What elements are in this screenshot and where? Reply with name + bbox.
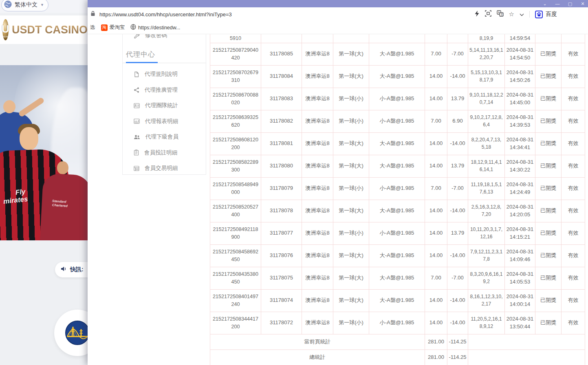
order-cell: 2152172508639325620 [210, 110, 261, 132]
bookmark-item[interactable]: https://destinedw... [130, 24, 181, 31]
table-row: 215217250849211890031178077澳洲幸运8第一球(小)小-… [210, 222, 585, 244]
sidebar-item-7[interactable]: 會員交易明細 [123, 161, 206, 175]
translate-icon[interactable]: 文A [497, 10, 504, 18]
bet-records-table: 59108,19,914:59:542152172508729040420311… [210, 34, 585, 365]
order-cell: 2152172508670088020 [210, 88, 261, 110]
order-cell: 2152172508492118900 [210, 222, 261, 244]
bookmark-item-taobao[interactable]: 淘 爱淘宝 [101, 24, 125, 31]
result-cell: 8,3,20,9,6,16,19,2 [468, 267, 505, 289]
winloss-cell: 13.79 [447, 88, 468, 110]
winloss-cell: -7.00 [447, 177, 468, 200]
period-cell: 31178085 [261, 43, 302, 65]
winloss-cell: -14.00 [447, 65, 468, 88]
bet-content-cell: 大-A盤@1.985 [369, 244, 425, 267]
sidebar-item-3[interactable]: 代理團隊統計 [123, 98, 206, 114]
winloss-cell: -14.00 [447, 289, 468, 312]
game-cell: 澳洲幸运8 [302, 132, 333, 155]
status-cell: 已開獎 [535, 155, 562, 177]
flash-icon[interactable] [474, 11, 480, 18]
table-row: 215217250863932562031178082澳洲幸运8第一球(小)小-… [210, 110, 585, 132]
period-cell: 31178075 [261, 267, 302, 289]
result-cell: 10,11,20,3,1,7,12,16 [468, 222, 505, 244]
close-button[interactable]: ✕ [580, 0, 586, 7]
winloss-cell: -7.00 [447, 267, 468, 289]
order-cell: 2152172508608120200 [210, 132, 261, 155]
play-cell: 第一球(大) [333, 244, 369, 267]
play-cell: 第一球(大) [333, 132, 369, 155]
football-banner: Fly mirates Standard Chartered [0, 65, 88, 240]
table-row: 215217250843538045031178075澳洲幸运8第一球(大)大-… [210, 267, 585, 289]
browser-window: ⌄ — ▢ ✕ https://www.usdt04.com/hhcp/user… [88, 0, 588, 365]
url-text[interactable]: https://www.usdt04.com/hhcp/usercenter.h… [99, 11, 232, 18]
logo-ball-icon: U CASINO [2, 19, 9, 40]
winloss-cell: 6.90 [447, 110, 468, 132]
result-cell: 5,15,13,10,3,18,17,9 [468, 65, 505, 88]
status-cell: 已開獎 [535, 132, 562, 155]
game-cell: 澳洲幸运8 [302, 110, 333, 132]
news-ticker-label: 快訊: [70, 266, 84, 273]
period-cell: 31178079 [261, 177, 302, 200]
bet-content-cell: 小-A盤@1.985 [369, 88, 425, 110]
period-cell: 31178084 [261, 65, 302, 88]
svg-text:文: 文 [500, 13, 503, 16]
warriors-logo-icon [65, 320, 90, 345]
winloss-cell: -14.00 [447, 312, 468, 334]
sidebar-item-6[interactable]: 會員投註明細 [123, 145, 206, 161]
sidebar-item-5[interactable]: 代理下級會員 [123, 129, 206, 145]
address-bar[interactable]: https://www.usdt04.com/hhcp/usercenter.h… [88, 7, 588, 21]
bet-content-cell: 大-A盤@1.985 [369, 289, 425, 312]
order-cell: 2152172508702679310 [210, 65, 261, 88]
site-logo[interactable]: U CASINO USDT CASINO [0, 15, 88, 44]
game-cell: 澳洲幸运8 [302, 43, 333, 65]
screenshot-icon[interactable] [485, 10, 491, 18]
browser-titlebar[interactable]: ⌄ — ▢ ✕ [88, 0, 588, 7]
search-engine-label[interactable]: 百度 [546, 11, 557, 18]
toolbar-chevron-icon[interactable] [520, 11, 524, 18]
maximize-button[interactable]: ▢ [567, 0, 573, 7]
bookmark-item[interactable]: 选 [90, 24, 95, 31]
game-cell: 澳洲幸运8 [302, 65, 333, 88]
page-content: 修改密碼 代理中心 代理規則說明代理推廣管理代理團隊統計代理報表明細代理下級會員… [88, 34, 588, 365]
order-cell: 2152172508458692450 [210, 244, 261, 267]
result-cell: 2,5,16,3,12,8,7,20 [468, 200, 505, 222]
active-underline [126, 62, 158, 63]
status-cell: 已開獎 [535, 110, 562, 132]
result-cell: 11,20,5,2,16,18,9,12 [468, 312, 505, 334]
period-cell: 31178077 [261, 222, 302, 244]
amount-cell: 14.00 [425, 88, 447, 110]
baidu-icon[interactable] [535, 11, 543, 18]
table-row: 215217250852052740031178078澳洲幸运8第一球(大)大-… [210, 200, 585, 222]
chevron-down-icon: ▼ [40, 3, 44, 7]
valid-cell: 有效 [562, 267, 585, 289]
bet-content-cell: 大-A盤@1.985 [369, 132, 425, 155]
table-row: 215217250845869245031178076澳洲幸运8第一球(大)大-… [210, 244, 585, 267]
table-row: 215217250870267931031178084澳洲幸运8第一球(大)大-… [210, 65, 585, 88]
order-cell: 2152172508435380450 [210, 267, 261, 289]
bookmark-star-icon[interactable]: ☆ [509, 11, 514, 18]
table-cell [369, 34, 425, 43]
bet-content-cell: 大-A盤@1.985 [369, 155, 425, 177]
sidebar-item-clipped[interactable]: 修改密碼 [123, 34, 206, 40]
winloss-cell: -14.00 [447, 244, 468, 267]
valid-cell: 有效 [562, 110, 585, 132]
sidebar-item-1[interactable]: 代理規則說明 [123, 66, 206, 82]
bet-content-cell: 大-A盤@1.985 [369, 65, 425, 88]
language-selector[interactable]: 繁体中文 ▼ [1, 0, 48, 11]
play-cell: 第一球(小) [333, 222, 369, 244]
game-cell: 澳洲幸运8 [302, 177, 333, 200]
time-cell: 2024-08-3114:15:21 [505, 222, 535, 244]
amount-cell: 14.00 [425, 289, 447, 312]
result-cell: 11,19,18,1,5,17,6,13 [468, 177, 505, 200]
amount-cell: 14.00 [425, 312, 447, 334]
sidebar-item-4[interactable]: 代理報表明細 [123, 114, 206, 130]
valid-cell: 有效 [562, 43, 585, 65]
logo-monogram: U [2, 23, 9, 35]
sidebar-item-label: 代理規則說明 [145, 70, 178, 78]
sidebar-item-2[interactable]: 代理推廣管理 [123, 82, 206, 98]
collapse-toolbar-icon[interactable]: ⌄ [542, 0, 548, 7]
table-row: 215217250860812020031178081澳洲幸运8第一球(大)大-… [210, 132, 585, 155]
result-cell: 5,14,11,13,16,12,20,7 [468, 43, 505, 65]
play-cell: 第一球(小) [333, 312, 369, 334]
minimize-button[interactable]: — [555, 0, 560, 7]
time-cell: 2024-08-3114:39:53 [505, 110, 535, 132]
